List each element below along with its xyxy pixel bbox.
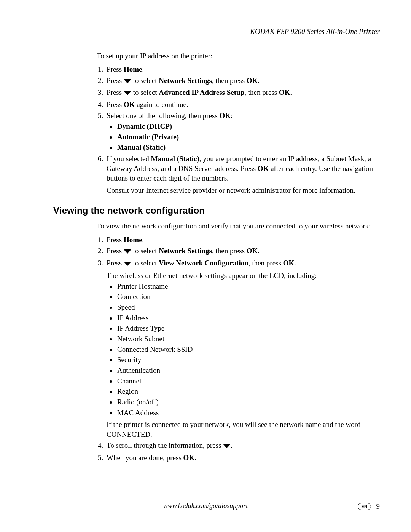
list-item: Radio (on/off) — [116, 397, 380, 407]
text: . — [258, 77, 260, 85]
list-item: Printer Hostname — [116, 281, 380, 291]
text: To scroll through the information, press — [107, 441, 223, 449]
bold: OK — [183, 454, 195, 462]
bold: View Network Configuration — [159, 259, 249, 267]
list-item: MAC Address — [116, 408, 380, 418]
text: again to continue. — [135, 101, 188, 109]
text: , then press — [244, 88, 279, 96]
header-rule — [31, 25, 380, 25]
list-item: Network Subnet — [116, 334, 380, 344]
bold: OK — [247, 77, 258, 85]
text: When you are done, press — [107, 454, 183, 462]
text: If you selected — [107, 155, 151, 163]
step-3: Press to select View Network Configurati… — [105, 258, 380, 439]
list-item: IP Address — [116, 313, 380, 323]
section2-steps: Press Home. Press to select Network Sett… — [105, 235, 380, 463]
text: Press — [107, 247, 124, 255]
svg-marker-0 — [124, 79, 131, 83]
svg-marker-1 — [124, 91, 131, 95]
svg-marker-4 — [223, 444, 231, 448]
footer-right: EN 9 — [358, 502, 380, 511]
section1-intro: To set up your IP address on the printer… — [97, 51, 380, 61]
list-item: Connected Network SSID — [116, 345, 380, 355]
step-5: Select one of the following, then press … — [105, 111, 380, 152]
footer-url: www.kodak.com/go/aiosupport — [163, 501, 248, 510]
bold: OK — [258, 165, 269, 173]
step-5: When you are done, press OK. — [105, 453, 380, 463]
step5-options: Dynamic (DHCP) Automatic (Private) Manua… — [116, 121, 380, 152]
down-arrow-icon — [124, 88, 131, 98]
list-item: Region — [116, 387, 380, 396]
step-1: Press Home. — [105, 235, 380, 245]
text: . — [194, 454, 196, 462]
step3-tail: If the printer is connected to your netw… — [107, 420, 380, 439]
bold: Home — [124, 65, 142, 73]
text: . — [231, 441, 233, 449]
text: , then press — [212, 247, 247, 255]
text: , then press — [212, 77, 247, 85]
language-badge: EN — [358, 503, 371, 510]
bold: OK — [283, 259, 295, 267]
step-2: Press to select Network Settings, then p… — [105, 76, 380, 86]
header-doc-title: KODAK ESP 9200 Series All-in-One Printer — [31, 27, 380, 37]
list-item: Channel — [116, 376, 380, 386]
text: to select — [131, 247, 159, 255]
text: to select — [131, 259, 159, 267]
text: : — [231, 112, 233, 120]
section-ip-setup: To set up your IP address on the printer… — [97, 51, 380, 195]
text: Press — [107, 65, 124, 73]
step3-subtext: The wireless or Ethernet network setting… — [107, 271, 380, 281]
step-4: Press OK again to continue. — [105, 100, 380, 110]
list-item: Dynamic (DHCP) — [116, 121, 380, 131]
step-2: Press to select Network Settings, then p… — [105, 246, 380, 256]
bold: Advanced IP Address Setup — [159, 88, 244, 96]
down-arrow-icon — [124, 76, 131, 86]
bold: Manual (Static) — [151, 155, 199, 163]
down-arrow-icon — [124, 246, 131, 256]
down-arrow-icon — [223, 441, 231, 451]
bold: OK — [247, 247, 258, 255]
text: to select — [131, 88, 159, 96]
bold: Network Settings — [159, 77, 212, 85]
page: KODAK ESP 9200 Series All-in-One Printer… — [0, 0, 411, 532]
text: , then press — [249, 259, 283, 267]
step-6: If you selected Manual (Static), you are… — [105, 154, 380, 195]
footer: www.kodak.com/go/aiosupport EN 9 — [31, 501, 380, 511]
bold: Network Settings — [159, 247, 212, 255]
text: Select one of the following, then press — [107, 112, 220, 120]
section2-intro: To view the network configuration and ve… — [97, 221, 380, 231]
text: Press — [107, 77, 124, 85]
text: . — [290, 88, 292, 96]
step6-note: Consult your Internet service provider o… — [107, 185, 380, 195]
text: Press — [107, 236, 124, 244]
list-item: Authentication — [116, 366, 380, 375]
text: . — [142, 65, 144, 73]
bold: Home — [124, 236, 142, 244]
step-3: Press to select Advanced IP Address Setu… — [105, 88, 380, 98]
text: . — [142, 236, 144, 244]
svg-marker-2 — [124, 249, 131, 254]
list-item: Manual (Static) — [116, 142, 380, 152]
text: Press — [107, 101, 124, 109]
page-number: 9 — [376, 502, 380, 511]
list-item: Security — [116, 355, 380, 365]
section-view-config: Viewing the network configuration To vie… — [97, 204, 380, 463]
list-item: Automatic (Private) — [116, 132, 380, 142]
list-item: IP Address Type — [116, 323, 380, 333]
step-4: To scroll through the information, press… — [105, 441, 380, 451]
down-arrow-icon — [124, 259, 131, 268]
step-1: Press Home. — [105, 64, 380, 74]
list-item: Connection — [116, 292, 380, 302]
bold: OK — [220, 112, 231, 120]
list-item: Speed — [116, 302, 380, 312]
text: Press — [107, 88, 124, 96]
step3-items: Printer Hostname Connection Speed IP Add… — [116, 281, 380, 417]
bold: OK — [124, 101, 135, 109]
svg-marker-3 — [124, 262, 131, 266]
text: Press — [107, 259, 124, 267]
text: . — [294, 259, 296, 267]
section2-heading: Viewing the network configuration — [53, 204, 380, 217]
section1-steps: Press Home. Press to select Network Sett… — [105, 64, 380, 195]
bold: OK — [279, 88, 290, 96]
text: . — [258, 247, 260, 255]
